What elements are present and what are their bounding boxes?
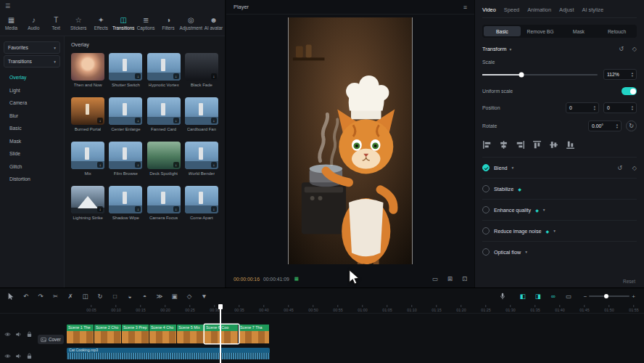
- track-lock-icon[interactable]: [26, 349, 33, 362]
- freeze-frame-icon[interactable]: ▣: [170, 292, 179, 301]
- inspector-tab-ai-stylize[interactable]: AI stylize: [582, 7, 604, 13]
- sidebar-item-overlay[interactable]: Overlay: [0, 71, 64, 84]
- app-menu-icon[interactable]: ☰: [5, 3, 10, 9]
- stepper-down-icon[interactable]: ▾: [632, 75, 633, 78]
- inspector-tab-video[interactable]: Video: [482, 7, 496, 13]
- align-left-icon[interactable]: [482, 139, 492, 149]
- sidebar-item-camera[interactable]: Camera: [0, 97, 64, 110]
- keyframe-icon[interactable]: ◇: [632, 165, 637, 171]
- chroma-key-icon[interactable]: ◓: [141, 292, 149, 301]
- inspector-tab-adjust[interactable]: Adjust: [559, 7, 574, 13]
- section-optical-flow[interactable]: Optical flow▾: [482, 241, 637, 262]
- ratio-icon[interactable]: ▭: [432, 275, 438, 282]
- transition-item-mix[interactable]: ↓Mix: [71, 142, 104, 176]
- transform-keyframe-icon[interactable]: ◇: [632, 46, 637, 52]
- screen-icon[interactable]: ▭: [564, 292, 573, 301]
- inspector-subtab-retouch[interactable]: Retouch: [598, 26, 635, 36]
- ribbon-tab-transitions[interactable]: ◫Transitions: [112, 12, 135, 36]
- ribbon-tab-effects[interactable]: ✦Effects: [90, 12, 112, 36]
- sidebar-item-light[interactable]: Light: [0, 84, 64, 97]
- sidebar-section-favorites[interactable]: Favorites▾: [4, 41, 60, 54]
- zoom-in-icon[interactable]: +: [632, 293, 635, 300]
- rotate-90-button[interactable]: ↻: [626, 121, 637, 131]
- ribbon-tab-ai-avatar[interactable]: ☻AI avatar: [202, 12, 225, 36]
- record-voiceover-icon[interactable]: [498, 292, 507, 301]
- clip-scene-2-cho[interactable]: Scene 2 Cho: [94, 325, 122, 343]
- rotate-icon[interactable]: ↻: [96, 292, 104, 301]
- transform-section-header[interactable]: Transform ▾ ↺ ◇: [482, 46, 637, 52]
- sidebar-item-glitch[interactable]: Glitch: [0, 160, 64, 174]
- link-icon[interactable]: ∞: [549, 292, 558, 301]
- checkbox-optical-flow[interactable]: [482, 248, 490, 256]
- scale-slider-knob[interactable]: [519, 72, 524, 77]
- keyframe-icon[interactable]: ◇: [185, 292, 194, 301]
- transition-item-film-browse[interactable]: ↓Film Browse: [109, 142, 142, 176]
- checkbox-stabilize[interactable]: [482, 185, 490, 192]
- sidebar-item-blur[interactable]: Blur: [0, 110, 64, 123]
- clip-scene-4-cho[interactable]: Scene 4 Cho: [149, 325, 177, 343]
- transition-item-fanned-card[interactable]: ↓Fanned Card: [147, 97, 181, 131]
- scale-slider[interactable]: [482, 74, 598, 76]
- position-x-stepper[interactable]: 0 ▴▾: [566, 102, 599, 113]
- transition-item-world-bender[interactable]: ↓World Bender: [185, 142, 218, 176]
- transform-reset-icon[interactable]: ↺: [619, 46, 624, 52]
- checkbox-enhance-quality[interactable]: [482, 206, 490, 213]
- mask-tool-icon[interactable]: ◒: [125, 292, 134, 301]
- transition-item-black-fade[interactable]: ↓Black Fade: [185, 53, 218, 87]
- transition-item-shutter-switch[interactable]: ↓Shutter Switch: [109, 53, 142, 87]
- sidebar-item-mask[interactable]: Mask: [0, 135, 64, 148]
- transition-item-center-enlarge[interactable]: ↓Center Enlarge: [109, 97, 142, 131]
- scale-stepper[interactable]: 112% ▴▾: [603, 69, 637, 80]
- split-icon[interactable]: ✂: [51, 292, 60, 301]
- ribbon-tab-media[interactable]: ▦Media: [0, 12, 22, 36]
- align-center-horizontal-icon[interactable]: [499, 139, 508, 149]
- fullscreen-icon[interactable]: ⊡: [462, 275, 467, 282]
- speed-tool-icon[interactable]: ≫: [155, 292, 164, 301]
- track-lock-icon[interactable]: [26, 327, 33, 340]
- align-top-icon[interactable]: [532, 139, 542, 149]
- transition-item-come-apart[interactable]: ↓Come Apart: [185, 186, 218, 220]
- video-preview[interactable]: [288, 17, 413, 264]
- grid-icon[interactable]: ⊞: [447, 275, 453, 282]
- sidebar-item-slide[interactable]: Slide: [0, 147, 64, 160]
- ribbon-tab-adjustment[interactable]: ◎Adjustment: [180, 12, 203, 36]
- uniform-scale-toggle[interactable]: [622, 87, 637, 95]
- stepper-down-icon[interactable]: ▾: [616, 126, 618, 129]
- checkbox-reduce-image-noise[interactable]: [482, 227, 490, 234]
- inspector-tab-animation[interactable]: Animation: [527, 7, 551, 13]
- section-enhance-quality[interactable]: Enhance quality◆▾: [482, 199, 637, 220]
- undo-icon[interactable]: ↶: [22, 292, 30, 301]
- zoom-slider-knob[interactable]: [604, 294, 608, 298]
- position-y-stepper[interactable]: 0 ▴▾: [603, 102, 637, 113]
- checkbox-blend[interactable]: [482, 164, 490, 171]
- ribbon-tab-captions[interactable]: ≣Captions: [135, 12, 157, 36]
- audio-clip[interactable]: Cat Cooking.mp3: [67, 348, 270, 359]
- playhead[interactable]: [220, 304, 221, 363]
- transition-item-cardboard-fan[interactable]: ↓Cardboard Fan: [185, 97, 218, 131]
- compare-icon[interactable]: ◨: [534, 292, 542, 301]
- clip-scene-5-mix[interactable]: Scene 5 Mix: [177, 325, 205, 343]
- transition-item-camera-focus[interactable]: ↓Camera Focus: [147, 186, 181, 220]
- timeline-zoom-slider[interactable]: [589, 295, 629, 297]
- ribbon-tab-filters[interactable]: ◑Filters: [157, 12, 180, 36]
- align-middle-vertical-icon[interactable]: [549, 139, 558, 149]
- track-hide-icon[interactable]: [4, 349, 11, 362]
- align-right-icon[interactable]: [516, 139, 525, 149]
- reset-presets-button[interactable]: Reset: [623, 279, 635, 284]
- section-blend[interactable]: Blend▾↺◇: [482, 157, 637, 178]
- cover-button[interactable]: Cover: [38, 335, 64, 344]
- transition-item-burned-portal[interactable]: ↓Burned Portal: [71, 97, 104, 131]
- stepper-down-icon[interactable]: ▾: [632, 108, 633, 111]
- select-tool-icon[interactable]: [7, 292, 15, 301]
- mirror-icon[interactable]: ◫: [81, 292, 90, 301]
- ribbon-tab-audio[interactable]: ♪Audio: [22, 12, 45, 36]
- rotate-stepper[interactable]: 0.00° ▴▾: [588, 121, 622, 131]
- transition-item-shadow-wipe[interactable]: ↓Shadow Wipe: [109, 186, 142, 220]
- marker-icon[interactable]: ▼: [200, 292, 209, 301]
- clip-scene-3-prep[interactable]: Scene 3 Prep: [122, 325, 149, 343]
- delete-icon[interactable]: ✗: [66, 292, 75, 301]
- player-menu-icon[interactable]: ≡: [463, 4, 467, 11]
- redo-icon[interactable]: ↷: [36, 292, 45, 301]
- crop-icon[interactable]: □: [111, 292, 120, 301]
- ribbon-tab-stickers[interactable]: ☆Stickers: [67, 12, 90, 36]
